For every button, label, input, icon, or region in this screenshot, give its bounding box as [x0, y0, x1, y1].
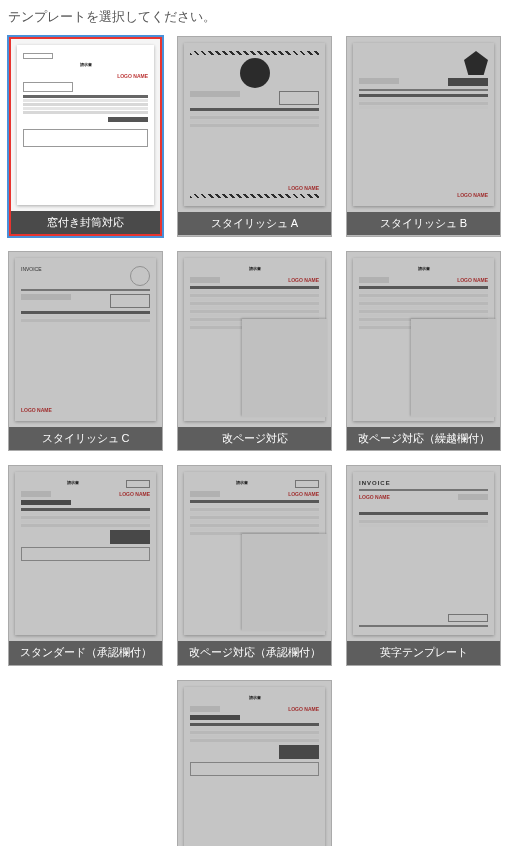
doc-preview: LOGO NAME [353, 43, 494, 206]
template-label: スタイリッシュ B [347, 212, 500, 235]
template-thumbnail: 請求書 LOGO NAME [9, 466, 162, 641]
template-card-english[interactable]: INVOICE LOGO NAME 英字テンプレート [346, 465, 501, 665]
template-card-page-break[interactable]: 請求書 LOGO NAME 改ページ対応 [177, 251, 332, 451]
doc-preview: INVOICE LOGO NAME [353, 472, 494, 635]
template-thumbnail: LOGO NAME [178, 37, 331, 212]
page-title: テンプレートを選択してください。 [8, 8, 518, 26]
doc-preview: 請求書 LOGO NAME [184, 258, 325, 421]
doc-preview: 請求書 LOGO NAME [353, 258, 494, 421]
template-label: 窓付き封筒対応 [11, 211, 160, 234]
template-thumbnail: LOGO NAME [347, 37, 500, 212]
template-card-window-envelope[interactable]: 請求書 LOGO NAME 窓付き封筒対応 [8, 36, 163, 237]
doc-preview: LOGO NAME [184, 43, 325, 206]
template-thumbnail: 請求書 LOGO NAME [178, 466, 331, 641]
template-label: スタイリッシュ C [9, 427, 162, 450]
template-card-standard[interactable]: 請求書 LOGO NAME スタンダード [177, 680, 332, 846]
template-thumbnail: 請求書 LOGO NAME [178, 252, 331, 427]
template-label: スタイリッシュ A [178, 212, 331, 235]
template-label: 改ページ対応 [178, 427, 331, 450]
template-card-standard-approval[interactable]: 請求書 LOGO NAME スタンダード（承認欄付） [8, 465, 163, 665]
template-label: 改ページ対応（承認欄付） [178, 641, 331, 664]
template-thumbnail: 請求書 LOGO NAME [178, 681, 331, 846]
template-card-stylish-c[interactable]: INVOICE LOGO NAME スタイリッシュ C [8, 251, 163, 451]
template-grid: 請求書 LOGO NAME 窓付き封筒対応 [8, 36, 518, 846]
template-label: 改ページ対応（繰越欄付） [347, 427, 500, 450]
template-card-page-break-approval[interactable]: 請求書 LOGO NAME 改ページ対応（承認欄付） [177, 465, 332, 665]
template-thumbnail: 請求書 LOGO NAME [347, 252, 500, 427]
template-card-stylish-a[interactable]: LOGO NAME スタイリッシュ A [177, 36, 332, 237]
template-thumbnail: INVOICE LOGO NAME [9, 252, 162, 427]
template-card-page-break-carryover[interactable]: 請求書 LOGO NAME 改ページ対応（繰越欄付） [346, 251, 501, 451]
template-thumbnail: 請求書 LOGO NAME [11, 39, 160, 211]
template-label: 英字テンプレート [347, 641, 500, 664]
template-label: スタンダード（承認欄付） [9, 641, 162, 664]
doc-preview: 請求書 LOGO NAME [15, 472, 156, 635]
template-thumbnail: INVOICE LOGO NAME [347, 466, 500, 641]
doc-preview: 請求書 LOGO NAME [184, 472, 325, 635]
doc-preview: 請求書 LOGO NAME [17, 45, 154, 205]
template-card-stylish-b[interactable]: LOGO NAME スタイリッシュ B [346, 36, 501, 237]
doc-preview: 請求書 LOGO NAME [184, 687, 325, 846]
doc-preview: INVOICE LOGO NAME [15, 258, 156, 421]
